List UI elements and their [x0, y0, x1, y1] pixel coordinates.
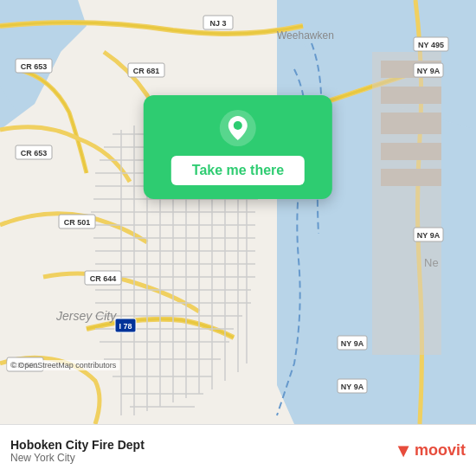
svg-text:Jersey City: Jersey City	[55, 309, 117, 323]
location-pin-icon	[219, 109, 257, 147]
svg-text:NY 9A: NY 9A	[417, 67, 441, 75]
svg-text:NY 495: NY 495	[418, 41, 444, 49]
svg-rect-43	[381, 169, 441, 186]
svg-text:NJ 3: NJ 3	[209, 19, 226, 28]
location-card: Take me there	[144, 95, 332, 199]
map-attribution: © OpenStreetMap contributors	[7, 360, 119, 370]
svg-text:Ne: Ne	[424, 256, 439, 269]
svg-text:CR 653: CR 653	[21, 149, 48, 158]
bottom-bar: Hoboken City Fire Dept New York City ▼ m…	[0, 424, 476, 476]
svg-text:NY 9A: NY 9A	[417, 231, 441, 240]
moovit-logo: ▼ moovit	[394, 440, 466, 462]
svg-text:I 78: I 78	[119, 322, 132, 331]
svg-point-74	[234, 121, 242, 130]
moovit-pin-icon: ▼	[394, 440, 413, 462]
svg-text:NY 9A: NY 9A	[341, 339, 364, 348]
svg-text:CR 681: CR 681	[133, 67, 160, 75]
map-container: NJ 3 CR 653 CR 653 CR 681 CR 501 CR 644 …	[0, 0, 476, 424]
svg-text:CR 653: CR 653	[21, 62, 48, 71]
svg-rect-42	[381, 143, 441, 160]
take-me-there-button[interactable]: Take me there	[171, 156, 305, 185]
svg-rect-41	[381, 113, 441, 134]
location-name: Hoboken City Fire Dept	[10, 438, 145, 452]
svg-rect-40	[381, 87, 441, 104]
location-city: New York City	[10, 452, 145, 464]
svg-text:CR 501: CR 501	[64, 218, 91, 227]
svg-text:CR 644: CR 644	[90, 274, 117, 283]
svg-text:NY 9A: NY 9A	[341, 383, 364, 391]
svg-text:Weehawken: Weehawken	[277, 29, 334, 42]
location-info: Hoboken City Fire Dept New York City	[10, 438, 145, 464]
moovit-logo-text: moovit	[415, 441, 466, 460]
